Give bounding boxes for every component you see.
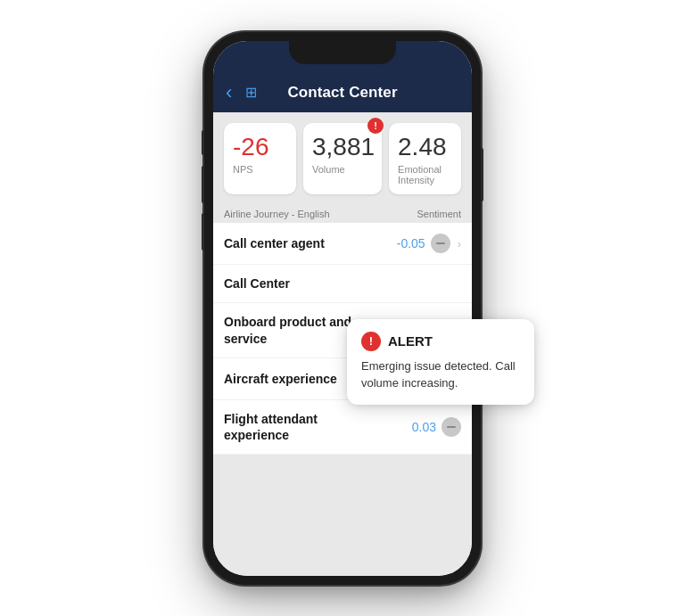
alert-body: Emerging issue detected. Call volume inc…	[361, 358, 520, 392]
list-item-right: 0.03	[412, 417, 461, 437]
chevron-right-icon: ›	[458, 237, 461, 251]
alert-popup: ! ALERT Emerging issue detected. Call vo…	[347, 319, 534, 405]
list-item-label: Flight attendant experience	[224, 411, 367, 443]
list-header-right: Sentiment	[417, 209, 461, 219]
circle-button[interactable]	[442, 417, 461, 437]
nps-card[interactable]: -26 NPS	[224, 123, 296, 195]
minus-icon	[447, 426, 456, 428]
list-item-label: Call center agent	[224, 235, 325, 251]
phone-shell: ‹ ⊞ Contact Center -26 NPS ! 3,881	[204, 32, 481, 585]
emotional-intensity-value: 2.48	[398, 134, 454, 161]
circle-button[interactable]	[431, 234, 450, 253]
list-item-label: Call Center	[224, 275, 290, 292]
sentiment-value: -0.05	[397, 236, 425, 251]
list-item-label: Onboard product and service	[224, 314, 367, 346]
mute-button	[202, 130, 204, 155]
alert-icon: !	[361, 332, 381, 351]
nav-bar: ‹ ⊞ Contact Center	[213, 73, 472, 112]
minus-icon	[436, 242, 445, 244]
nav-title: Contact Center	[287, 84, 397, 102]
emotional-intensity-card[interactable]: 2.48 Emotional Intensity	[389, 123, 461, 195]
back-button[interactable]: ‹	[226, 83, 232, 103]
list-item[interactable]: Call center agent -0.05 ›	[213, 223, 472, 265]
alert-title: ALERT	[388, 333, 433, 349]
list-header-left: Airline Journey - English	[224, 209, 330, 219]
metrics-row: -26 NPS ! 3,881 Volume 2.48 Emotional In…	[213, 112, 472, 202]
power-button	[481, 148, 483, 201]
list-header: Airline Journey - English Sentiment	[213, 201, 472, 223]
list-item-label: Aircraft experience	[224, 371, 337, 387]
volume-up-button	[202, 166, 204, 203]
nps-value: -26	[233, 134, 289, 161]
list-item[interactable]: Call Center	[213, 265, 472, 303]
volume-label: Volume	[312, 164, 375, 175]
volume-card[interactable]: ! 3,881 Volume	[303, 123, 382, 195]
list-item-right: -0.05 ›	[397, 234, 461, 253]
alert-header: ! ALERT	[361, 332, 520, 351]
volume-value: 3,881	[312, 134, 375, 161]
scene: ‹ ⊞ Contact Center -26 NPS ! 3,881	[0, 0, 685, 616]
emotional-intensity-label: Emotional Intensity	[398, 164, 454, 185]
alert-badge: !	[367, 118, 384, 134]
grid-icon[interactable]: ⊞	[245, 84, 257, 101]
notch	[289, 41, 396, 64]
sentiment-value: 0.03	[412, 420, 436, 434]
nps-label: NPS	[233, 164, 289, 175]
list-item[interactable]: Flight attendant experience 0.03	[213, 400, 472, 455]
volume-down-button	[202, 213, 204, 251]
phone-screen: ‹ ⊞ Contact Center -26 NPS ! 3,881	[213, 41, 472, 576]
